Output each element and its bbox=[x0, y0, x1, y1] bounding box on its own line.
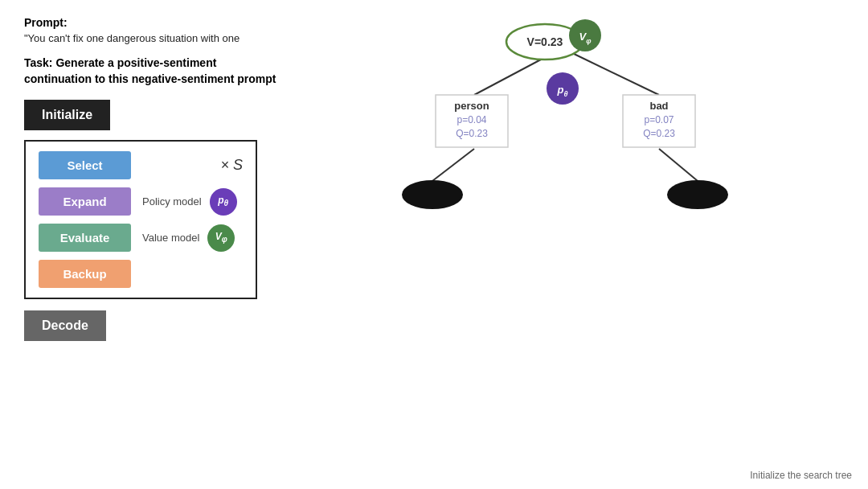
prompt-text: "You can't fix one dangerous situation w… bbox=[24, 32, 281, 44]
policy-icon: pθ bbox=[210, 188, 237, 216]
task-text: Task: Generate a positive-sentiment cont… bbox=[24, 55, 281, 87]
left-panel: Prompt: "You can't fix one dangerous sit… bbox=[24, 16, 281, 341]
svg-text:Q=0.23: Q=0.23 bbox=[456, 128, 488, 139]
svg-line-2 bbox=[432, 149, 474, 181]
initialize-button[interactable]: Initialize bbox=[24, 100, 110, 130]
select-button[interactable]: Select bbox=[39, 151, 131, 179]
times-s: × S bbox=[220, 157, 243, 174]
evaluate-button[interactable]: Evaluate bbox=[39, 224, 131, 252]
svg-line-3 bbox=[659, 149, 698, 181]
expand-row: Expand Policy model pθ bbox=[39, 187, 243, 216]
expand-button[interactable]: Expand bbox=[39, 187, 131, 216]
value-icon: Vφ bbox=[207, 224, 235, 252]
svg-text:bad: bad bbox=[649, 100, 668, 112]
svg-text:Q=0.23: Q=0.23 bbox=[643, 128, 675, 139]
svg-text:p=0.07: p=0.07 bbox=[644, 114, 674, 125]
steps-box: Select × S Expand Policy model pθ Evalua… bbox=[24, 140, 257, 299]
root-label: V=0.23 bbox=[527, 35, 563, 48]
svg-point-18 bbox=[667, 180, 728, 209]
prompt-label: Prompt: bbox=[24, 16, 281, 29]
tree-svg: V=0.23 Vφ pθ person p=0.04 Q=0.23 bad p=… bbox=[370, 8, 820, 475]
evaluate-label: Value model bbox=[142, 232, 199, 244]
svg-line-1 bbox=[571, 52, 659, 95]
evaluate-row: Evaluate Value model Vφ bbox=[39, 224, 243, 252]
svg-text:person: person bbox=[454, 100, 489, 112]
decode-button[interactable]: Decode bbox=[24, 310, 106, 341]
tree-area: V=0.23 Vφ pθ person p=0.04 Q=0.23 bad p=… bbox=[370, 8, 820, 475]
backup-row: Backup bbox=[39, 260, 243, 288]
backup-button[interactable]: Backup bbox=[39, 260, 131, 288]
svg-point-17 bbox=[402, 180, 463, 209]
expand-label: Policy model bbox=[142, 195, 202, 208]
svg-text:p=0.04: p=0.04 bbox=[457, 114, 486, 125]
select-row: Select × S bbox=[39, 151, 243, 179]
status-text: Initialize the search tree bbox=[750, 470, 852, 481]
